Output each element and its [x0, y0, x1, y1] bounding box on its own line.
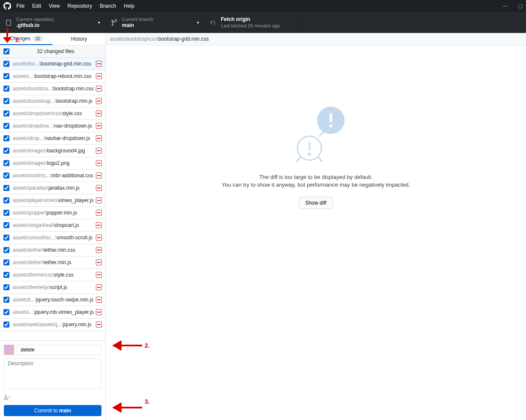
removed-status-icon	[96, 123, 102, 129]
file-checkbox[interactable]	[3, 309, 9, 315]
file-checkbox[interactable]	[3, 148, 9, 154]
file-list[interactable]: assets\bo...\bootstrap-grid.min.css asse…	[0, 58, 105, 340]
menu-bar: File Edit View Repository Branch Help	[16, 3, 134, 9]
breadcrumb: assets\bootstrap\css\bootstrap-grid.min.…	[106, 33, 526, 45]
file-checkbox[interactable]	[3, 123, 9, 129]
file-checkbox[interactable]	[3, 185, 9, 191]
file-checkbox[interactable]	[3, 160, 9, 166]
menu-edit[interactable]: Edit	[32, 3, 41, 9]
file-checkbox[interactable]	[3, 110, 9, 116]
removed-status-icon	[96, 135, 102, 141]
file-path: assets\mobiris...\mbr-additional.css	[13, 173, 96, 179]
menu-file[interactable]: File	[16, 3, 24, 9]
removed-status-icon	[96, 98, 102, 104]
file-checkbox[interactable]	[3, 98, 9, 104]
current-branch-selector[interactable]: Current branch main ▾	[106, 12, 205, 33]
file-row[interactable]: assets\...\jquery.mb.vimeo_player.js	[0, 306, 105, 319]
file-row[interactable]: assets\playervimeo\vimeo_player.js	[0, 194, 105, 207]
file-row[interactable]: assets\...\bootstrap-reboot.min.css	[0, 70, 105, 83]
file-path: assets\dropdown\css\style.css	[13, 110, 96, 116]
file-row[interactable]: assets\images\background4.jpg	[0, 145, 105, 157]
fetch-origin-button[interactable]: Fetch origin Last fetched 26 minutes ago	[205, 12, 304, 33]
file-row[interactable]: assets\bo...\bootstrap-grid.min.css	[0, 58, 105, 70]
file-checkbox[interactable]	[3, 86, 9, 92]
commit-btn-branch: main	[59, 408, 71, 414]
commit-button[interactable]: Commit to main	[4, 405, 101, 416]
titlebar: File Edit View Repository Branch Help — …	[0, 0, 526, 12]
main: Changes 32 History 32 changed files asse…	[0, 33, 526, 420]
commit-form: Å⁺ Commit to main	[0, 340, 105, 420]
file-checkbox[interactable]	[3, 235, 9, 241]
file-row[interactable]: assets\parallax\jarallax.min.js	[0, 182, 105, 194]
menu-view[interactable]: View	[49, 3, 60, 9]
file-checkbox[interactable]	[3, 297, 9, 303]
removed-status-icon	[96, 210, 102, 216]
file-checkbox[interactable]	[3, 210, 9, 216]
file-checkbox[interactable]	[3, 247, 9, 253]
file-row[interactable]: assets\dropdow...\nav-dropdown.js	[0, 120, 105, 132]
file-row[interactable]: assets\tether\tether.min.css	[0, 244, 105, 256]
file-row[interactable]: assets\dropdown\css\style.css	[0, 107, 105, 120]
warning-illustration-icon	[284, 101, 348, 165]
file-row[interactable]: assets\singa4real\shopcart.js	[0, 219, 105, 232]
branch-icon	[111, 19, 118, 26]
current-repository-selector[interactable]: Current repository .github.io ▾	[0, 12, 106, 33]
files-header: 32 changed files	[0, 45, 105, 58]
repo-value: .github.io	[16, 22, 54, 29]
file-row[interactable]: assets\theme\css\style.css	[0, 269, 105, 281]
toolbar: Current repository .github.io ▾ Current …	[0, 12, 526, 33]
file-row[interactable]: assets\bootstrap...\bootstrap.min.js	[0, 95, 105, 107]
file-path: assets\images\logo2.png	[13, 160, 96, 166]
file-row[interactable]: assets\popper\popper.min.js	[0, 207, 105, 219]
menu-branch[interactable]: Branch	[100, 3, 116, 9]
file-row[interactable]: assets\t...\jquery.touch-swipe.min.js	[0, 294, 105, 306]
menu-repository[interactable]: Repository	[68, 3, 92, 9]
sync-icon	[210, 19, 217, 26]
tab-changes-label: Changes	[10, 36, 30, 42]
removed-status-icon	[96, 110, 102, 116]
file-checkbox[interactable]	[3, 259, 9, 265]
file-path: assets\tether\tether.min.css	[13, 247, 96, 253]
show-diff-button[interactable]: Show diff	[299, 197, 333, 209]
file-row[interactable]: assets\drop...\navbar-dropdown.js	[0, 132, 105, 145]
file-row[interactable]: assets\theme\js\script.js	[0, 281, 105, 294]
file-checkbox[interactable]	[3, 135, 9, 141]
minimize-icon[interactable]: —	[502, 3, 508, 9]
file-row[interactable]: assets\mobiris...\mbr-additional.css	[0, 170, 105, 182]
file-checkbox[interactable]	[3, 284, 9, 290]
file-row[interactable]: assets\smoothsc...\smooth-scroll.js	[0, 232, 105, 244]
repo-icon	[5, 19, 12, 26]
file-path: assets\...\bootstrap-reboot.min.css	[13, 73, 96, 79]
tab-history[interactable]: History	[53, 33, 105, 45]
removed-status-icon	[96, 247, 102, 253]
chevron-down-icon: ▾	[197, 20, 199, 25]
removed-status-icon	[96, 160, 102, 166]
removed-status-icon	[96, 235, 102, 241]
content: assets\bootstrap\css\bootstrap-grid.min.…	[106, 33, 526, 420]
file-row[interactable]: assets\web\assets\j...\jquery.min.js	[0, 319, 105, 331]
commit-summary-input[interactable]	[17, 345, 101, 355]
commit-description-input[interactable]	[4, 358, 101, 389]
file-row[interactable]: assets\bootstra...\bootstrap.min.css	[0, 83, 105, 95]
sidebar-tabs: Changes 32 History	[0, 33, 105, 45]
file-path: assets\t...\jquery.touch-swipe.min.js	[13, 297, 96, 303]
menu-help[interactable]: Help	[124, 3, 134, 9]
file-checkbox[interactable]	[3, 173, 9, 179]
maximize-icon[interactable]: ▢	[518, 3, 523, 9]
file-checkbox[interactable]	[3, 222, 9, 228]
removed-status-icon	[96, 272, 102, 278]
file-row[interactable]: assets\images\logo2.png	[0, 157, 105, 170]
removed-status-icon	[96, 222, 102, 228]
tab-changes[interactable]: Changes 32	[0, 33, 53, 45]
file-checkbox[interactable]	[3, 61, 9, 67]
select-all-checkbox[interactable]	[3, 48, 9, 54]
file-row[interactable]: assets\tether\tether.min.js	[0, 256, 105, 269]
removed-status-icon	[96, 309, 102, 315]
file-checkbox[interactable]	[3, 322, 9, 328]
add-coauthors-button[interactable]: Å⁺	[4, 395, 11, 402]
file-checkbox[interactable]	[3, 197, 9, 203]
svg-rect-4	[330, 113, 332, 122]
file-checkbox[interactable]	[3, 73, 9, 79]
file-checkbox[interactable]	[3, 272, 9, 278]
diff-too-large-notice: The diff is too large to be displayed by…	[106, 45, 526, 420]
